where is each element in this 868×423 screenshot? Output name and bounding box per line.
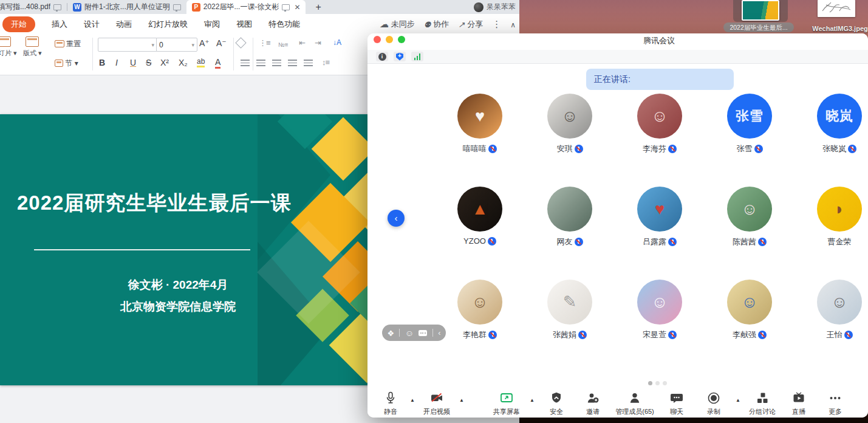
font-family-combo[interactable] [98, 38, 157, 52]
start-video-button[interactable]: 开启视频 [412, 391, 461, 416]
numbered-list-icon[interactable] [278, 40, 289, 49]
participant-cell[interactable]: 网友 [525, 187, 615, 280]
ribbon-tab-design[interactable]: 设计 [84, 19, 100, 30]
cloud-icon [380, 19, 389, 30]
share-screen-button[interactable]: 共享屏幕 [482, 391, 531, 416]
participant-cell[interactable]: ✎张茜娟 [525, 280, 615, 373]
close-window-button[interactable] [374, 36, 381, 43]
grow-font-button[interactable]: A⁺ [199, 38, 210, 48]
decrease-indent-icon[interactable] [299, 38, 306, 47]
participant-cell[interactable]: ▲YZOO [435, 187, 525, 280]
avatar-glyph: ☺ [651, 108, 668, 125]
justify-icon[interactable] [288, 60, 297, 66]
meeting-info-chip[interactable] [376, 52, 388, 61]
text-direction-icon[interactable] [333, 38, 341, 47]
ribbon-tab-review[interactable]: 审阅 [204, 19, 220, 30]
ribbon-tab-special[interactable]: 特色功能 [268, 19, 300, 30]
page-dot[interactable] [655, 381, 660, 385]
participant-cell[interactable]: ☺陈茜茜 [705, 187, 795, 280]
quick-action-bar[interactable] [382, 325, 446, 341]
bullet-list-icon[interactable] [259, 38, 270, 47]
participant-cell[interactable]: ☺王怡 [795, 280, 868, 373]
tab-pdf[interactable]: 填写指...408.pdf [0, 0, 67, 14]
participant-cell[interactable]: 晓岚张晓岚 [795, 94, 868, 187]
participant-cell[interactable]: ◗曹金荣 [795, 187, 868, 280]
font-size-combo[interactable]: 0 [156, 38, 197, 52]
ribbon-tab-view[interactable]: 视图 [236, 19, 252, 30]
slide-byline[interactable]: 徐文彬 · 2022年4月 [73, 277, 283, 293]
ribbon-tab-insert[interactable]: 插入 [52, 19, 67, 30]
tab-writer-doc[interactable]: 附件1-北京...用人单位证明 [67, 0, 186, 14]
italic-button[interactable]: I [115, 58, 118, 67]
desktop-file-wechatimg-label[interactable]: WechatIMG3.jpeg [804, 25, 868, 32]
grid-pagination-dots[interactable] [648, 381, 667, 385]
sync-status[interactable]: 未同步 [380, 19, 415, 30]
collapse-ribbon-icon[interactable] [510, 19, 516, 29]
collaborate-button[interactable]: 协作 [424, 19, 449, 30]
line-spacing-icon[interactable] [322, 58, 329, 67]
reset-button[interactable]: 重置 [55, 39, 81, 49]
align-left-icon[interactable] [241, 60, 250, 66]
subscript-button[interactable]: X₂ [179, 58, 188, 67]
tab-presentation-active[interactable]: 2022届毕...一课-徐文彬 [186, 0, 306, 14]
align-right-icon[interactable] [272, 60, 281, 66]
participant-cell[interactable]: ☺宋昱萱 [615, 280, 705, 373]
slide-canvas[interactable]: 2022届研究生毕业生最后一课 徐文彬 · 2022年4月 北京物资学院信息学院 [0, 114, 372, 385]
new-slide-button[interactable]: 幻灯片 [0, 36, 17, 58]
meeting-security-chip[interactable] [394, 52, 406, 61]
record-button[interactable]: 录制 [689, 391, 738, 416]
zoom-window-button[interactable] [398, 36, 405, 43]
account-chip[interactable]: 呆呆苯苯 [474, 0, 516, 14]
more-options-icon[interactable] [492, 19, 501, 30]
align-center-icon[interactable] [256, 60, 265, 66]
strikethrough-button[interactable]: S [146, 58, 151, 67]
highlight-color-button[interactable]: ab [197, 57, 205, 67]
participant-cell[interactable]: ☺李海芬 [615, 94, 705, 187]
layout-button[interactable]: 版式 [23, 36, 42, 58]
page-dot-active[interactable] [648, 381, 652, 385]
more-button[interactable]: 更多 [811, 391, 859, 416]
video-options-arrow[interactable] [459, 397, 464, 403]
participant-cell[interactable]: ♥吕露露 [615, 187, 705, 280]
bold-button[interactable]: B [99, 58, 105, 67]
superscript-button[interactable]: X² [160, 58, 169, 67]
underline-button[interactable]: U [130, 58, 136, 67]
participant-cell[interactable]: ☺安琪 [525, 94, 615, 187]
font-color-button[interactable]: A [215, 57, 220, 69]
distribute-icon[interactable] [304, 60, 313, 66]
participant-cell[interactable]: ☺李艳群 [435, 280, 525, 373]
new-tab-button[interactable] [315, 2, 321, 13]
participant-cell[interactable]: ☺李献强 [705, 280, 795, 373]
monitor-icon [53, 4, 61, 10]
chat-bubble-icon[interactable] [419, 330, 427, 336]
slide-title[interactable]: 2022届研究生毕业生最后一课 [17, 190, 302, 217]
participant-name: YZOO [463, 236, 486, 246]
mute-button[interactable]: 静音 [366, 391, 415, 416]
participant-cell[interactable]: 张雪张雪 [705, 94, 795, 187]
shrink-font-button[interactable]: A⁻ [216, 38, 227, 48]
grid-page-left-button[interactable] [388, 210, 405, 227]
ribbon-tab-slideshow[interactable]: 幻灯片放映 [148, 19, 188, 30]
meeting-network-chip[interactable] [411, 52, 423, 61]
participant-avatar: ☺ [727, 187, 772, 232]
increase-indent-icon[interactable] [315, 38, 321, 47]
monitor-icon [282, 4, 290, 10]
signal-bars-icon [414, 53, 421, 60]
emoji-reaction-icon[interactable] [405, 328, 414, 339]
minimize-window-button[interactable] [386, 36, 393, 43]
clear-format-icon[interactable] [237, 39, 245, 49]
ribbon-tab-animation[interactable]: 动画 [116, 19, 132, 30]
close-tab-icon[interactable] [294, 3, 300, 12]
ribbon-tab-home-active[interactable]: 开始 [2, 16, 35, 32]
desktop-file-presentation-label[interactable]: 2022届毕业生最后... [723, 22, 794, 32]
share-button[interactable]: 分享 [458, 19, 483, 30]
slide-organization[interactable]: 北京物资学院信息学院 [73, 299, 283, 315]
apps-icon[interactable] [387, 328, 394, 339]
collapse-bar-icon[interactable] [438, 328, 440, 337]
page-dot[interactable] [663, 381, 667, 385]
desktop-file-presentation-thumbnail[interactable] [742, 0, 779, 21]
desktop-file-wechatimg-thumbnail[interactable] [818, 0, 855, 17]
meeting-title-bar[interactable]: 腾讯会议 [367, 33, 868, 49]
section-button[interactable]: 节 [55, 58, 78, 69]
participant-cell[interactable]: ♥嘻嘻嘻 [435, 94, 525, 187]
